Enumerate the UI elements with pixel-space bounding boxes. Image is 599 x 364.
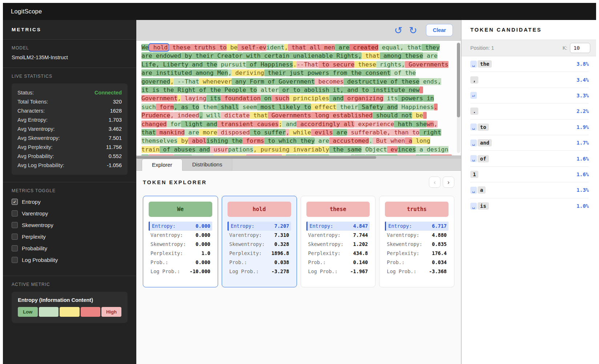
token[interactable]: Object — [362, 146, 387, 153]
token[interactable]: governed — [141, 78, 170, 85]
token[interactable]: mankind — [156, 129, 185, 136]
token[interactable]: they — [422, 44, 440, 51]
token[interactable]: long — [412, 137, 430, 144]
token[interactable]: of — [264, 78, 275, 85]
token[interactable]: its — [206, 95, 221, 102]
token[interactable]: sufferable — [347, 129, 387, 136]
token[interactable]: to — [188, 104, 199, 110]
token[interactable]: form — [156, 104, 174, 110]
token[interactable]: seem — [239, 104, 257, 110]
token[interactable]: a — [405, 137, 412, 144]
token[interactable]: these — [398, 78, 419, 85]
token[interactable]: But — [373, 137, 387, 144]
token[interactable]: secure — [329, 61, 355, 68]
clear-button[interactable]: Clear — [426, 24, 453, 36]
token[interactable]: train — [141, 146, 160, 153]
token[interactable]: , — [170, 78, 174, 85]
token[interactable]: of — [196, 86, 206, 93]
token[interactable]: themselves — [141, 137, 177, 144]
token[interactable]: , — [228, 69, 232, 76]
toggle-entropy[interactable]: ✓Entropy — [12, 199, 128, 205]
candidate-row[interactable]: ␣to1.9% — [470, 120, 589, 135]
token[interactable]: created — [349, 44, 378, 51]
toggle-probability[interactable]: Probability — [12, 245, 128, 251]
token[interactable]: are — [333, 129, 347, 136]
token[interactable]: right — [419, 129, 441, 136]
token[interactable]: is — [149, 86, 160, 93]
token[interactable]: ishing — [206, 137, 228, 144]
token[interactable]: . — [369, 137, 373, 144]
candidate-row[interactable]: ↵3.3% — [470, 88, 589, 104]
token[interactable]: by — [181, 52, 192, 59]
token[interactable]: light — [181, 121, 203, 128]
checkbox[interactable] — [12, 234, 18, 240]
token[interactable]: -- — [297, 61, 304, 68]
token[interactable]: certain — [261, 52, 289, 59]
candidate-row[interactable]: ␣is1.0% — [470, 198, 589, 214]
token[interactable]: will — [203, 112, 221, 119]
token[interactable]: the — [347, 69, 362, 76]
token[interactable]: same — [343, 146, 362, 153]
token[interactable]: destructive — [343, 78, 387, 85]
token[interactable]: abuses — [170, 146, 196, 153]
token[interactable]: by — [177, 137, 188, 144]
token[interactable]: truths — [190, 44, 216, 51]
token[interactable]: We — [141, 44, 149, 51]
token[interactable]: accordingly — [297, 121, 340, 128]
token[interactable]: that — [250, 112, 268, 119]
token[interactable]: are — [423, 52, 438, 59]
token[interactable]: experience — [354, 121, 394, 128]
token[interactable]: foundation — [221, 95, 261, 102]
token[interactable]: pursuing — [257, 146, 289, 153]
token[interactable]: Happiness — [257, 61, 293, 68]
token[interactable]: to — [264, 137, 275, 144]
token[interactable]: accustomed — [329, 137, 369, 144]
token[interactable]: a — [416, 146, 423, 153]
token[interactable]: indeed — [174, 112, 199, 119]
token[interactable]: are — [335, 44, 350, 51]
candidate-row[interactable]: ,3.4% — [470, 72, 589, 88]
token[interactable]: that — [403, 44, 422, 51]
token[interactable]: which — [275, 137, 297, 144]
token[interactable]: of — [391, 69, 402, 76]
token[interactable]: to — [358, 86, 369, 93]
token[interactable]: equal — [378, 44, 400, 51]
token[interactable]: , — [400, 44, 403, 51]
token[interactable]: should — [373, 112, 398, 119]
candidate-row[interactable]: ␣the3.8% — [470, 56, 589, 72]
token[interactable]: -ev — [256, 44, 266, 51]
token[interactable]: to — [246, 86, 257, 93]
token[interactable]: People — [221, 86, 246, 93]
token[interactable]: pations — [228, 146, 253, 153]
token[interactable]: of — [246, 61, 257, 68]
token[interactable]: she — [412, 121, 427, 128]
token[interactable]: Happiness — [398, 104, 434, 110]
token[interactable]: such — [141, 104, 156, 110]
token[interactable]: , — [401, 61, 405, 68]
token[interactable]: instituted — [152, 69, 192, 76]
token[interactable]: than — [391, 129, 409, 136]
checkbox[interactable] — [12, 245, 18, 251]
token[interactable]: powers — [304, 69, 329, 76]
token[interactable]: , — [177, 95, 181, 102]
token[interactable]: that — [362, 52, 380, 59]
next-page-button[interactable]: › — [443, 177, 454, 188]
token[interactable]: changed — [141, 121, 167, 128]
token[interactable]: shall — [217, 104, 239, 110]
token[interactable]: ends — [419, 78, 438, 85]
candidate-row[interactable]: .2.2% — [470, 104, 589, 119]
token[interactable] — [419, 86, 423, 93]
token[interactable]: , — [358, 52, 362, 59]
token[interactable]: the — [401, 69, 416, 76]
token[interactable]: their — [337, 104, 358, 110]
token[interactable]: it — [141, 86, 149, 93]
token[interactable]: endowed — [152, 52, 181, 59]
token[interactable]: That — [304, 61, 318, 68]
candidate-row[interactable]: ␣and1.7% — [470, 135, 589, 151]
token[interactable]: , — [284, 44, 288, 51]
token[interactable]: Rights — [333, 52, 358, 59]
token[interactable]: Men — [214, 69, 228, 76]
token[interactable]: evils — [311, 129, 333, 136]
token[interactable]: transient — [217, 121, 253, 128]
token[interactable]: forms — [242, 137, 264, 144]
